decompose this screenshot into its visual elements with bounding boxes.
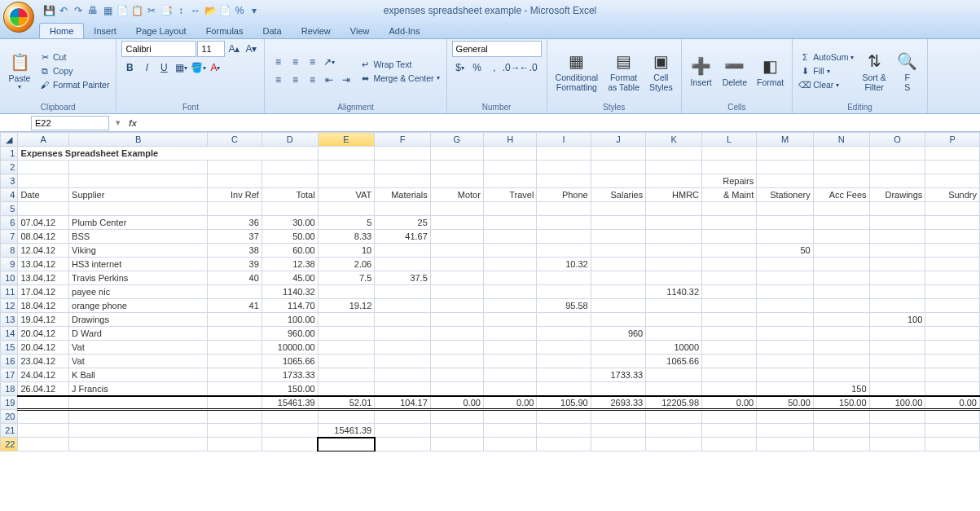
- cell-H12[interactable]: [483, 299, 537, 313]
- redo-icon[interactable]: ↷: [72, 4, 85, 17]
- cell-N3[interactable]: [813, 174, 869, 188]
- cell-O10[interactable]: [869, 271, 925, 285]
- qat-icon[interactable]: ✂: [145, 4, 158, 17]
- cell-P2[interactable]: [925, 161, 980, 174]
- cell-P4[interactable]: Sundry: [925, 188, 980, 202]
- cell-K7[interactable]: [646, 230, 702, 244]
- cell-F9[interactable]: [375, 258, 431, 271]
- cell-K14[interactable]: [646, 327, 702, 341]
- cell-I13[interactable]: [537, 313, 591, 327]
- cell-I22[interactable]: [537, 438, 591, 452]
- orientation-icon[interactable]: ↗: [321, 54, 337, 70]
- tab-addins[interactable]: Add-Ins: [379, 24, 429, 38]
- cell-B13[interactable]: Drawings: [69, 313, 208, 327]
- cell-D8[interactable]: 60.00: [261, 244, 318, 258]
- cell-O22[interactable]: [869, 438, 925, 452]
- cell-G10[interactable]: [430, 271, 483, 285]
- cell-K19[interactable]: 12205.98: [646, 396, 702, 410]
- cell-J3[interactable]: [591, 174, 646, 188]
- tab-data[interactable]: Data: [253, 24, 291, 38]
- align-middle-icon[interactable]: ≡: [287, 54, 303, 70]
- cell-F10[interactable]: 37.5: [375, 271, 431, 285]
- cell-D14[interactable]: 960.00: [261, 327, 318, 341]
- cell-L11[interactable]: [702, 285, 757, 299]
- cell-F4[interactable]: Materials: [375, 188, 431, 202]
- cell-E21[interactable]: 15461.39: [318, 424, 375, 438]
- align-top-icon[interactable]: ≡: [270, 54, 286, 70]
- cell-C12[interactable]: 41: [208, 299, 262, 313]
- qat-icon[interactable]: 📄: [116, 4, 129, 17]
- cell-N1[interactable]: [813, 147, 869, 161]
- cell-P19[interactable]: 0.00: [925, 396, 980, 410]
- sort-filter-button[interactable]: ⇅Sort & Filter: [859, 48, 889, 94]
- cell-A11[interactable]: 17.04.12: [18, 285, 69, 299]
- row-header-20[interactable]: 20: [1, 410, 18, 424]
- row-header-17[interactable]: 17: [1, 368, 18, 382]
- cell-G20[interactable]: [430, 410, 483, 424]
- cell-K5[interactable]: [646, 202, 702, 216]
- name-box-dropdown[interactable]: ▾: [111, 117, 125, 128]
- cell-A15[interactable]: 20.04.12: [18, 341, 69, 355]
- cell-J9[interactable]: [591, 258, 646, 271]
- cell-F17[interactable]: [375, 368, 431, 382]
- cell-J12[interactable]: [591, 299, 646, 313]
- cell-K16[interactable]: 1065.66: [646, 355, 702, 368]
- cell-A21[interactable]: [18, 424, 69, 438]
- cell-L18[interactable]: [702, 382, 757, 396]
- cell-A9[interactable]: 13.04.12: [18, 258, 69, 271]
- cell-L8[interactable]: [702, 244, 757, 258]
- autosum-button[interactable]: ΣAutoSum: [798, 51, 855, 64]
- cell-I20[interactable]: [537, 410, 591, 424]
- cell-B7[interactable]: BSS: [69, 230, 208, 244]
- cell-J10[interactable]: [591, 271, 646, 285]
- cell-M12[interactable]: [757, 299, 814, 313]
- cell-J5[interactable]: [591, 202, 646, 216]
- cell-B21[interactable]: [69, 424, 208, 438]
- cell-H10[interactable]: [483, 271, 537, 285]
- cell-J22[interactable]: [591, 438, 646, 452]
- cell-H3[interactable]: [483, 174, 537, 188]
- cell-O16[interactable]: [869, 355, 925, 368]
- cell-M2[interactable]: [757, 161, 814, 174]
- cell-E1[interactable]: [318, 147, 375, 161]
- cell-G16[interactable]: [430, 355, 483, 368]
- cell-N4[interactable]: Acc Fees: [813, 188, 869, 202]
- cell-E11[interactable]: [318, 285, 375, 299]
- copy-button[interactable]: ⧉Copy: [37, 64, 111, 77]
- cell-A19[interactable]: [18, 396, 69, 410]
- cell-P20[interactable]: [925, 410, 980, 424]
- cell-A2[interactable]: [18, 161, 69, 174]
- qat-icon[interactable]: ↕: [174, 4, 187, 17]
- cell-K21[interactable]: [646, 424, 702, 438]
- format-as-table-button[interactable]: ▤Format as Table: [604, 48, 643, 94]
- cell-P3[interactable]: [925, 174, 980, 188]
- row-header-12[interactable]: 12: [1, 299, 18, 313]
- cell-H8[interactable]: [483, 244, 537, 258]
- cell-O2[interactable]: [869, 161, 925, 174]
- col-header-N[interactable]: N: [813, 133, 869, 147]
- cell-A14[interactable]: 20.04.12: [18, 327, 69, 341]
- col-header-O[interactable]: O: [869, 133, 925, 147]
- col-header-C[interactable]: C: [208, 133, 262, 147]
- col-header-H[interactable]: H: [483, 133, 537, 147]
- cell-C14[interactable]: [208, 327, 262, 341]
- cell-H20[interactable]: [483, 410, 537, 424]
- cell-H22[interactable]: [483, 438, 537, 452]
- col-header-E[interactable]: E: [318, 133, 375, 147]
- cell-O1[interactable]: [869, 147, 925, 161]
- cell-L9[interactable]: [702, 258, 757, 271]
- cell-E10[interactable]: 7.5: [318, 271, 375, 285]
- cell-P8[interactable]: [925, 244, 980, 258]
- cell-F13[interactable]: [375, 313, 431, 327]
- cell-D9[interactable]: 12.38: [261, 258, 318, 271]
- cell-C21[interactable]: [208, 424, 262, 438]
- cell-M4[interactable]: Stationery: [757, 188, 814, 202]
- cell-L16[interactable]: [702, 355, 757, 368]
- cell-A1[interactable]: Expenses Spreadsheet Example: [18, 147, 318, 161]
- cell-C11[interactable]: [208, 285, 262, 299]
- cell-K4[interactable]: HMRC: [646, 188, 702, 202]
- cell-E8[interactable]: 10: [318, 244, 375, 258]
- cell-O14[interactable]: [869, 327, 925, 341]
- cell-K2[interactable]: [646, 161, 702, 174]
- open-icon[interactable]: 📂: [204, 4, 217, 17]
